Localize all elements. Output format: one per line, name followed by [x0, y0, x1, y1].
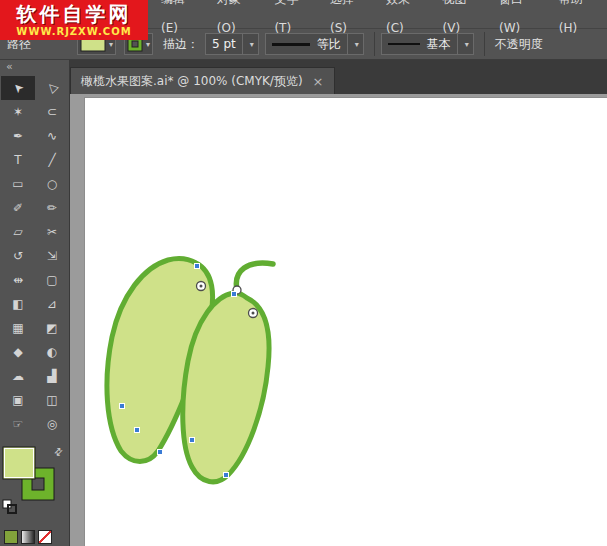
stroke-weight-value: 5 pt: [212, 37, 236, 51]
center-point-marker: [249, 309, 258, 318]
fill-swatch[interactable]: [3, 447, 35, 479]
document-tab-bar: 橄榄水果图案.ai* @ 100% (CMYK/预览) ×: [70, 60, 607, 94]
column-graph-tool[interactable]: ▟: [35, 364, 69, 388]
default-fill-stroke-button[interactable]: [3, 500, 16, 513]
width-tool-icon: ⇹: [13, 273, 23, 287]
scissors-tool[interactable]: ✂: [35, 220, 69, 244]
site-logo-url: WWW.RJZXW.COM: [0, 26, 148, 38]
fill-stroke-indicator: ⇄: [0, 444, 69, 516]
paintbrush-icon: ✐: [13, 201, 23, 215]
eraser-tool[interactable]: ▱: [1, 220, 35, 244]
curvature-icon: ∿: [47, 129, 57, 143]
stroke-weight-select[interactable]: 5 pt ▾: [205, 33, 259, 55]
pencil-icon: ✏: [47, 201, 57, 215]
opacity-label: 不透明度: [495, 36, 543, 53]
pen-icon: ✒: [13, 129, 23, 143]
center-point-marker: [197, 282, 206, 291]
rotate-tool[interactable]: ↺: [1, 244, 35, 268]
scale-icon: ⇲: [47, 249, 57, 263]
blend-tool[interactable]: ◐: [35, 340, 69, 364]
chevron-down-icon: ▾: [465, 40, 469, 49]
hand-tool[interactable]: ☞: [1, 412, 35, 436]
document-area: 橄榄水果图案.ai* @ 100% (CMYK/预览) ×: [70, 60, 607, 546]
symbol-sprayer-icon: ☁: [12, 369, 24, 383]
zoom-tool[interactable]: ◎: [35, 412, 69, 436]
width-tool[interactable]: ⇹: [1, 268, 35, 292]
mesh-icon: ▦: [12, 321, 23, 335]
divider: [484, 32, 485, 56]
selection-tool[interactable]: ➤: [1, 76, 35, 100]
scale-tool[interactable]: ⇲: [35, 244, 69, 268]
eyedropper-icon: ◆: [13, 345, 22, 359]
anchor-point[interactable]: [135, 428, 140, 433]
anchor-point[interactable]: [224, 473, 229, 478]
gradient-button[interactable]: [21, 530, 35, 544]
eyedropper-tool[interactable]: ◆: [1, 340, 35, 364]
brush-definition-select[interactable]: 基本 ▾: [381, 33, 474, 55]
shape-builder-icon: ◧: [12, 297, 23, 311]
type-tool[interactable]: T: [1, 148, 35, 172]
pencil-tool[interactable]: ✏: [35, 196, 69, 220]
artboard-tool[interactable]: ▣: [1, 388, 35, 412]
chevron-down-icon: ▾: [109, 40, 113, 49]
scissors-icon: ✂: [47, 225, 57, 239]
width-profile-preview-icon: [272, 43, 310, 46]
rectangle-tool[interactable]: ▭: [1, 172, 35, 196]
magic-wand-icon: ✶: [13, 105, 23, 119]
line-segment-icon: ╱: [48, 153, 55, 167]
selection-tool-icon: ➤: [9, 79, 26, 96]
shape-builder-tool[interactable]: ◧: [1, 292, 35, 316]
magic-wand-tool[interactable]: ✶: [1, 100, 35, 124]
rectangle-icon: ▭: [12, 177, 23, 191]
anchor-point[interactable]: [232, 292, 237, 297]
mesh-tool[interactable]: ▦: [1, 316, 35, 340]
ellipse-tool[interactable]: ○: [35, 172, 69, 196]
tools-panel: « ➤ ▷ ✶ ⊂ ✒ ∿ T ╱ ▭ ○ ✐ ✏ ▱ ✂ ↺ ⇲ ⇹ ▢ ◧: [0, 60, 70, 546]
lasso-tool[interactable]: ⊂: [35, 100, 69, 124]
paintbrush-tool[interactable]: ✐: [1, 196, 35, 220]
none-button[interactable]: [38, 530, 52, 544]
slice-icon: ◫: [46, 393, 57, 407]
type-icon: T: [14, 153, 21, 167]
canvas[interactable]: [70, 94, 607, 546]
close-tab-icon[interactable]: ×: [313, 74, 324, 89]
anchor-point[interactable]: [158, 450, 163, 455]
chevron-down-icon: ▾: [250, 40, 254, 49]
tools-grid: ➤ ▷ ✶ ⊂ ✒ ∿ T ╱ ▭ ○ ✐ ✏ ▱ ✂ ↺ ⇲ ⇹ ▢ ◧ ⊿: [0, 76, 69, 436]
brush-definition-value: 基本: [427, 36, 451, 53]
pen-tool[interactable]: ✒: [1, 124, 35, 148]
divider: [374, 32, 375, 56]
perspective-grid-tool[interactable]: ⊿: [35, 292, 69, 316]
direct-selection-tool[interactable]: ▷: [35, 76, 69, 100]
site-logo-title: 软件自学网: [0, 2, 148, 26]
anchor-point[interactable]: [190, 438, 195, 443]
free-transform-tool[interactable]: ▢: [35, 268, 69, 292]
rotate-icon: ↺: [13, 249, 23, 263]
perspective-grid-icon: ⊿: [47, 297, 57, 311]
free-transform-icon: ▢: [46, 273, 57, 287]
gradient-tool[interactable]: ◩: [35, 316, 69, 340]
anchor-point[interactable]: [195, 264, 200, 269]
collapse-panel-button[interactable]: «: [0, 60, 69, 76]
line-segment-tool[interactable]: ╱: [35, 148, 69, 172]
brush-preview-icon: [388, 43, 420, 45]
zoom-icon: ◎: [47, 417, 57, 431]
column-graph-icon: ▟: [47, 369, 56, 383]
menu-help[interactable]: 帮助(H): [550, 0, 607, 43]
olive-artwork: [70, 94, 607, 546]
hand-icon: ☞: [13, 417, 24, 431]
gradient-icon: ◩: [46, 321, 57, 335]
artboard-tool-icon: ▣: [12, 393, 23, 407]
width-profile-value: 等比: [317, 36, 341, 53]
width-profile-select[interactable]: 等比 ▾: [265, 33, 364, 55]
anchor-point[interactable]: [120, 404, 125, 409]
ellipse-icon: ○: [47, 177, 57, 191]
color-button[interactable]: [4, 530, 18, 544]
chevron-down-icon: ▾: [355, 40, 359, 49]
curvature-tool[interactable]: ∿: [35, 124, 69, 148]
symbol-sprayer-tool[interactable]: ☁: [1, 364, 35, 388]
slice-tool[interactable]: ◫: [35, 388, 69, 412]
olive-stem[interactable]: [236, 263, 273, 290]
stroke-weight-label: 描边：: [163, 36, 199, 53]
document-tab[interactable]: 橄榄水果图案.ai* @ 100% (CMYK/预览) ×: [70, 67, 335, 94]
